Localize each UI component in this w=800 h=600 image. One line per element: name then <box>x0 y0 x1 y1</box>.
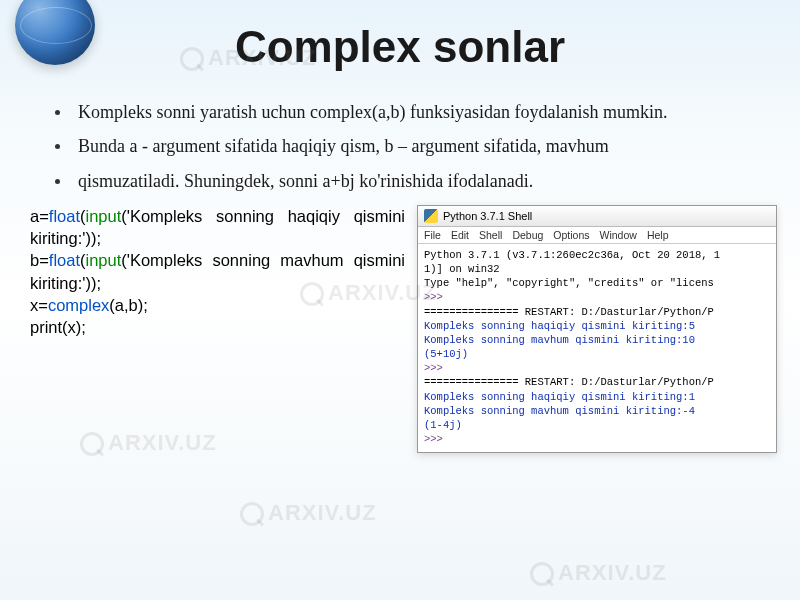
bullet-text: Bunda a - argument sifatida haqiqiy qism… <box>78 134 609 158</box>
slide-title: Complex sonlar <box>0 0 800 72</box>
bullet-list: Kompleks sonni yaratish uchun complex(a,… <box>55 100 760 193</box>
python-shell-window: Python 3.7.1 Shell File Edit Shell Debug… <box>417 205 777 453</box>
shell-output: Python 3.7.1 (v3.7.1:260ec2c36a, Oct 20 … <box>418 244 776 452</box>
bullet-text: qismuzatiladi. Shuningdek, sonni a+bj ko… <box>78 169 533 193</box>
python-icon <box>424 209 438 223</box>
menu-debug[interactable]: Debug <box>512 229 543 241</box>
menu-options[interactable]: Options <box>553 229 589 241</box>
menu-help[interactable]: Help <box>647 229 669 241</box>
bullet-icon <box>55 179 60 184</box>
watermark: ARXIV.UZ <box>558 560 667 585</box>
menu-file[interactable]: File <box>424 229 441 241</box>
watermark: ARXIV.UZ <box>268 500 377 525</box>
bullet-icon <box>55 144 60 149</box>
shell-title: Python 3.7.1 Shell <box>443 210 532 222</box>
code-snippet: a=float(input('Kompleks sonning haqiqiy … <box>30 205 405 453</box>
shell-titlebar: Python 3.7.1 Shell <box>418 206 776 227</box>
bullet-icon <box>55 110 60 115</box>
shell-menu: File Edit Shell Debug Options Window Hel… <box>418 227 776 244</box>
menu-edit[interactable]: Edit <box>451 229 469 241</box>
menu-window[interactable]: Window <box>600 229 637 241</box>
bullet-text: Kompleks sonni yaratish uchun complex(a,… <box>78 100 667 124</box>
menu-shell[interactable]: Shell <box>479 229 502 241</box>
